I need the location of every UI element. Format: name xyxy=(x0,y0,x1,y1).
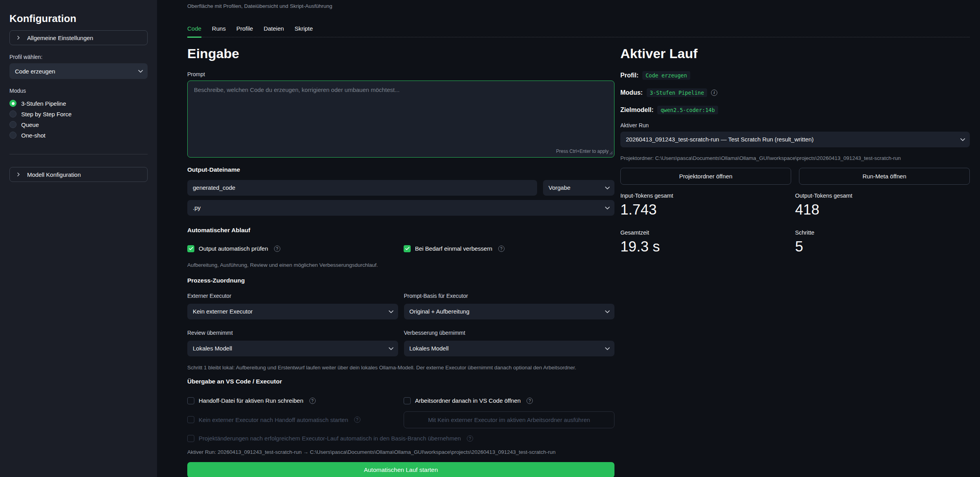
tab-profile[interactable]: Profile xyxy=(236,25,253,37)
tab-skripte[interactable]: Skripte xyxy=(294,25,313,37)
prompt-basis-label: Prompt-Basis für Executor xyxy=(404,293,615,299)
checkbox-improve-once[interactable]: Bei Bedarf einmal verbessern ? xyxy=(404,245,614,252)
checkbox-write-handoff[interactable]: Handoff-Datei für aktiven Run schreiben … xyxy=(187,397,404,404)
chevron-right-icon xyxy=(15,171,22,178)
checkbox-label: Arbeitsordner danach in VS Code öffnen xyxy=(415,397,521,404)
profile-select-label: Profil wählen: xyxy=(9,54,148,60)
checkbox-unchecked-icon xyxy=(187,435,194,442)
review-select[interactable]: Lokales Modell xyxy=(187,341,398,356)
metric-output-tokens: Output-Tokens gesamt 418 xyxy=(795,193,970,218)
metric-input-tokens: Input-Tokens gesamt 1.743 xyxy=(620,193,795,218)
help-icon: ? xyxy=(354,416,360,423)
help-icon: ? xyxy=(309,398,316,404)
page-title: Eingabe xyxy=(187,46,614,62)
radio-unselected-icon xyxy=(9,110,16,117)
chevron-down-icon xyxy=(387,345,395,352)
radio-option-one-shot[interactable]: One-shot xyxy=(9,131,148,139)
metric-value: 1.743 xyxy=(620,202,795,218)
file-extension-value: .py xyxy=(193,204,201,211)
active-run-title: Aktiver Lauf xyxy=(620,46,970,62)
filename-preset-value: Vorgabe xyxy=(549,184,570,191)
app-subtitle: Oberfläche mit Profilen, Dateiübersicht … xyxy=(187,3,332,9)
checkbox-open-vscode[interactable]: Arbeitsordner danach in VS Code öffnen ? xyxy=(404,397,614,404)
checkbox-label: Output automatisch prüfen xyxy=(199,245,268,252)
process-caption: Schritt 1 bleibt lokal: Aufbereitung und… xyxy=(187,365,614,371)
mode-group-label: Modus xyxy=(9,88,148,94)
checkbox-label: Projektänderungen nach erfolgreichem Exe… xyxy=(199,435,461,442)
mode-info-row: Modus: 3-Stufen Pipeline i xyxy=(620,88,970,97)
tab-dateien[interactable]: Dateien xyxy=(263,25,284,37)
profile-select-value: Code erzeugen xyxy=(15,68,55,75)
review-label: Review übernimmt xyxy=(187,330,398,336)
radio-selected-icon xyxy=(9,100,16,107)
external-executor-select[interactable]: Kein externer Executor xyxy=(187,304,398,319)
open-run-meta-button[interactable]: Run-Meta öffnen xyxy=(799,168,970,185)
expander-general-settings[interactable]: Allgemeine Einstellungen xyxy=(9,30,148,45)
checkbox-unchecked-icon xyxy=(187,397,194,404)
chevron-down-icon xyxy=(603,345,611,352)
radio-option-pipeline[interactable]: 3-Stufen Pipeline xyxy=(9,99,148,107)
expander-label: Modell Konfiguration xyxy=(27,171,81,178)
radio-label: One-shot xyxy=(21,132,46,139)
process-section: Prozess-Zuordnung xyxy=(187,277,614,284)
mode-radio-group: 3-Stufen Pipeline Step by Step Force Que… xyxy=(9,99,148,139)
start-auto-run-button[interactable]: Automatischen Lauf starten xyxy=(187,462,614,477)
active-run-panel: Aktiver Lauf Profil: Code erzeugen Modus… xyxy=(620,39,970,255)
resize-handle-icon[interactable] xyxy=(609,149,613,156)
radio-label: 3-Stufen Pipeline xyxy=(21,100,66,107)
run-executor-button: Mit Kein externer Executor im aktiven Ar… xyxy=(404,411,614,428)
output-filename-input[interactable]: generated_code xyxy=(187,180,537,196)
profile-info-label: Profil: xyxy=(620,72,638,79)
chevron-down-icon xyxy=(603,308,611,316)
filename-preset-select[interactable]: Vorgabe xyxy=(543,180,614,196)
metric-label: Input-Tokens gesamt xyxy=(620,193,795,199)
radio-label: Step by Step Force xyxy=(21,111,71,117)
app-root: { "icons": { "help": "?", "info": "i" },… xyxy=(0,0,980,477)
auto-flow-section: Automatischer Ablauf xyxy=(187,227,614,234)
metrics-grid: Input-Tokens gesamt 1.743 Output-Tokens … xyxy=(620,193,970,255)
metric-steps: Schritte 5 xyxy=(795,229,970,255)
checkbox-label: Bei Bedarf einmal verbessern xyxy=(415,245,492,252)
handoff-section: Übergabe an VS Code / Executor xyxy=(187,378,614,385)
mode-info-value: 3-Stufen Pipeline xyxy=(647,88,707,97)
tab-runs[interactable]: Runs xyxy=(212,25,226,37)
ctrl-enter-hint: Press Ctrl+Enter to apply xyxy=(556,149,609,154)
active-run-select[interactable]: 20260413_091243_test-scratch-run — Test … xyxy=(620,132,970,147)
profile-select[interactable]: Code erzeugen xyxy=(9,63,148,79)
checkbox-label: Handoff-Datei für aktiven Run schreiben xyxy=(199,397,304,404)
chevron-down-icon xyxy=(137,67,144,75)
chevron-down-icon xyxy=(959,136,967,143)
tab-code[interactable]: Code xyxy=(187,25,201,38)
expander-label: Allgemeine Einstellungen xyxy=(27,35,93,41)
help-icon: ? xyxy=(274,246,280,252)
active-run-select-label: Aktiver Run xyxy=(620,122,970,128)
prompt-label: Prompt xyxy=(187,71,614,77)
external-executor-label: Externer Executor xyxy=(187,293,398,299)
improvement-select[interactable]: Lokales Modell xyxy=(404,341,615,356)
metric-label: Schritte xyxy=(795,229,970,236)
prompt-textarea-wrapper: Press Ctrl+Enter to apply xyxy=(187,81,614,158)
file-extension-select[interactable]: .py xyxy=(187,200,614,216)
target-model-label: Zielmodell: xyxy=(620,106,653,114)
target-model-info-row: Zielmodell: qwen2.5-coder:14b xyxy=(620,106,970,114)
chevron-down-icon xyxy=(603,184,611,192)
prompt-basis-value: Original + Aufbereitung xyxy=(410,308,470,315)
prompt-textarea[interactable] xyxy=(188,81,614,157)
expander-model-config[interactable]: Modell Konfiguration xyxy=(9,167,148,182)
radio-option-queue[interactable]: Queue xyxy=(9,121,148,128)
metric-value: 418 xyxy=(795,202,970,218)
help-icon: ? xyxy=(527,398,533,404)
metric-label: Gesamtzeit xyxy=(620,229,795,236)
prompt-basis-select[interactable]: Original + Aufbereitung xyxy=(404,304,615,319)
sidebar-title: Konfiguration xyxy=(9,13,148,25)
help-icon: ? xyxy=(467,435,473,442)
sidebar: Konfiguration Allgemeine Einstellungen P… xyxy=(0,0,157,477)
radio-option-step-by-step[interactable]: Step by Step Force xyxy=(9,110,148,118)
tab-bar: Code Runs Profile Dateien Skripte xyxy=(187,25,970,37)
checkbox-auto-check-output[interactable]: Output automatisch prüfen ? xyxy=(187,245,404,252)
open-project-folder-button[interactable]: Projektordner öffnen xyxy=(620,168,791,185)
improvement-value: Lokales Modell xyxy=(410,345,449,352)
profile-info-value: Code erzeugen xyxy=(642,71,690,80)
radio-unselected-icon xyxy=(9,132,16,139)
active-run-caption: Aktiver Run: 20260413_091243_test-scratc… xyxy=(187,449,614,455)
